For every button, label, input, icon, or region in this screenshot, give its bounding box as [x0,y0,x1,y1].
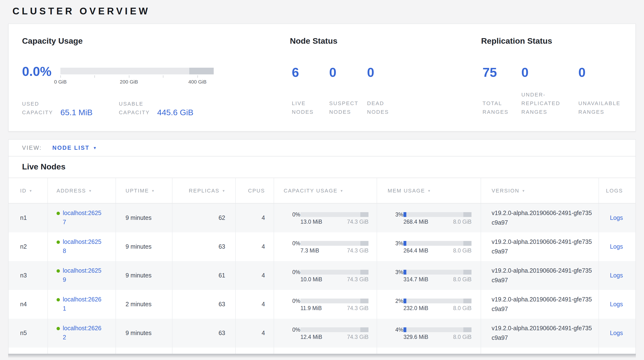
used-capacity-label: USED CAPACITY [22,99,56,117]
live-nodes-title: Live Nodes [8,156,636,177]
capacity-total-value: 74.3 GiB [347,247,369,253]
logs-link[interactable]: Logs [610,272,623,279]
under-replicated-ranges-count: 0 [521,66,560,79]
node-cpus: 4 [262,301,265,308]
node-list-dropdown-label: NODE LIST [52,144,90,151]
mem-used-value: 232.0 MiB [404,305,428,311]
page-title: CLUSTER OVERVIEW [12,6,150,17]
column-header-mem-usage[interactable]: MEM USAGE▼ [377,178,481,203]
column-header-uptime[interactable]: UPTIME▼ [116,178,172,203]
node-version: v19.2.0-alpha.20190606-2491-gfe735c9a97 [492,295,593,314]
capacity-total-value: 74.3 GiB [347,276,369,282]
mem-usage-bar: 3% 314.7 MiB 8.0 GiB [395,269,472,282]
node-address-link[interactable]: localhost:26258 [63,238,104,256]
node-list-dropdown[interactable]: NODE LIST ▼ [52,144,98,151]
column-header-address[interactable]: ADDRESS▼ [48,178,116,203]
capacity-total-value: 74.3 GiB [347,305,369,311]
mem-usage-bar: 3% 264.4 MiB 8.0 GiB [395,240,472,253]
column-header-capacity-usage[interactable]: CAPACITY USAGE▼ [274,178,377,203]
caret-down-icon: ▼ [93,146,98,150]
node-cpus: 4 [262,272,265,279]
mem-used-value: 268.4 MiB [404,219,428,224]
gauge-tick-label: 200 GiB [120,79,138,84]
table-row: n3 localhost:26259 9 minutes 61 [8,261,636,290]
mem-total-value: 8.0 GiB [453,334,472,340]
capacity-used-value: 12.4 MiB [300,334,322,340]
under-replicated-ranges-label: UNDER- REPLICATED RANGES [521,90,560,116]
capacity-percent-label: 0% [292,212,300,217]
mem-usage-bar: 3% 268.4 MiB 8.0 GiB [395,212,472,224]
dead-nodes-stat: 0 DEAD NODES [367,66,389,116]
node-address-link[interactable]: localhost:26261 [63,295,104,313]
node-version: v19.2.0-alpha.20190606-2491-gfe735c9a97 [492,323,593,343]
used-capacity-value: 65.1 MiB [60,108,92,118]
logs-link[interactable]: Logs [610,301,623,308]
node-id: n1 [20,215,27,221]
node-uptime: 9 minutes [126,215,152,221]
mem-usage-bar: 2% 232.0 MiB 8.0 GiB [395,298,472,311]
logs-link[interactable]: Logs [610,330,623,336]
logs-link[interactable]: Logs [610,243,623,250]
capacity-bar-track [300,241,368,246]
capacity-gauge-track [60,68,214,74]
table-row: n1 localhost:26257 9 minutes 62 [8,204,636,232]
column-header-replicas[interactable]: REPLICAS▼ [172,178,236,203]
live-nodes-card: Live Nodes ID▼ ADDRESS▼ UPTIME▼ REPLICAS… [8,156,636,354]
mem-bar-track [404,298,472,303]
capacity-total-value: 74.3 GiB [347,219,369,224]
total-ranges-count: 75 [482,66,509,79]
view-bar: VIEW: NODE LIST ▼ [8,139,636,156]
under-replicated-ranges-stat: 0 UNDER- REPLICATED RANGES [521,66,560,116]
node-address-link[interactable]: localhost:26257 [63,209,104,227]
table-row: n2 localhost:26258 9 minutes 63 [8,232,636,261]
column-header-id[interactable]: ID▼ [8,178,48,203]
capacity-gauge: 0 GiB 200 GiB 400 GiB [60,68,214,89]
live-nodes-table: ID▼ ADDRESS▼ UPTIME▼ REPLICAS▼ CPUS CAPA… [8,177,636,354]
mem-used-value: 314.7 MiB [404,276,428,282]
sort-icon: ▼ [340,189,343,192]
unavailable-ranges-stat: 0 UNAVAILABLE RANGES [578,66,620,116]
table-row: n5 localhost:26262 9 minutes 63 [8,319,636,347]
node-id: n5 [20,330,27,336]
node-version: v19.2.0-alpha.20190606-2491-gfe735c9a97 [492,208,593,228]
unavailable-ranges-label: UNAVAILABLE RANGES [578,99,620,116]
capacity-gauge-used-segment [189,68,214,74]
node-uptime: 9 minutes [126,272,152,279]
node-uptime: 9 minutes [126,243,152,250]
mem-percent-label: 2% [395,298,404,304]
capacity-usage-bar: 0% 7.3 MiB 74.3 GiB [292,240,368,253]
mem-bar-track [404,241,472,246]
capacity-used-value: 10.0 MiB [300,276,322,282]
mem-total-value: 8.0 GiB [453,219,472,224]
suspect-nodes-count: 0 [329,66,358,79]
mem-bar-track [404,270,472,274]
capacity-bar-track [300,270,368,274]
usable-capacity-value: 445.6 GiB [157,108,193,118]
node-replicas: 63 [218,243,225,250]
node-address-link[interactable]: localhost:26259 [63,266,104,285]
node-live-status-icon [56,298,60,301]
mem-total-value: 8.0 GiB [453,276,472,282]
capacity-percent-label: 0% [292,240,300,246]
node-cpus: 4 [262,330,265,336]
mem-bar-track [404,212,472,217]
scroll-shadow [8,354,636,358]
usable-capacity-stat: USABLE CAPACITY 445.6 GiB [119,99,193,117]
node-replicas: 63 [218,330,225,336]
node-replicas: 63 [218,301,225,308]
capacity-percent: 0.0% [22,65,52,78]
node-cpus: 4 [262,243,265,250]
sort-icon: ▼ [88,189,92,192]
node-address-link[interactable]: localhost:26262 [63,324,104,342]
column-header-version[interactable]: VERSION▼ [481,178,599,203]
view-label: VIEW: [22,144,42,151]
mem-total-value: 8.0 GiB [453,305,472,311]
logs-link[interactable]: Logs [610,215,623,221]
mem-used-value: 329.6 MiB [404,334,428,340]
capacity-bar-track [300,298,368,303]
suspect-nodes-stat: 0 SUSPECT NODES [329,66,358,116]
capacity-percent-label: 0% [292,269,300,275]
summary-card: Capacity Usage 0.0% 0 GiB 200 GiB 400 Gi… [8,24,636,131]
node-live-status-icon [56,269,60,273]
table-row-partial [8,347,636,354]
